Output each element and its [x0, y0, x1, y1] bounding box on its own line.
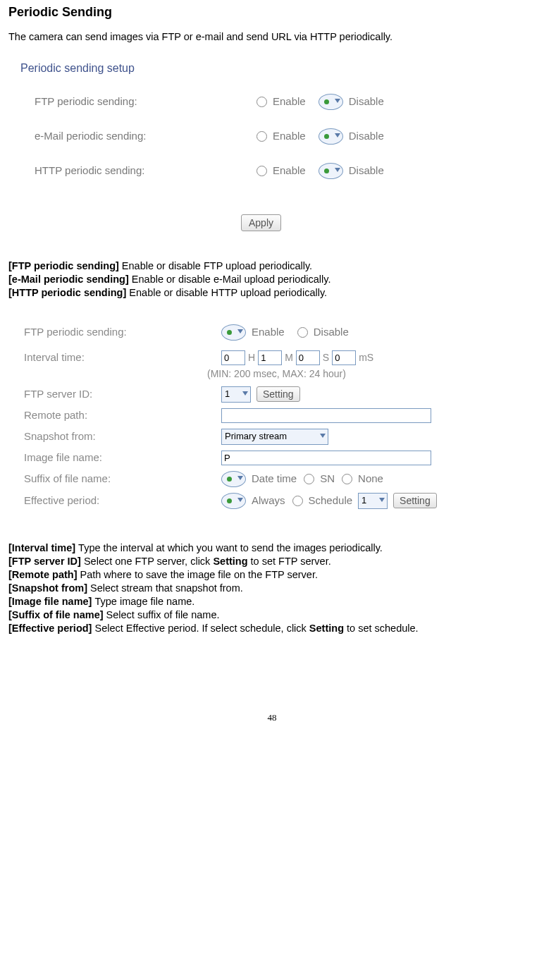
opt-text: Schedule	[309, 494, 353, 508]
ftp-sending-label: FTP periodic sending:	[12, 95, 256, 109]
schedule-select[interactable]: 1	[358, 493, 388, 509]
snapshot-select[interactable]: Primary stream	[221, 429, 328, 445]
serverid-label: FTP server ID:	[10, 388, 221, 401]
desc-block-1: [FTP periodic sending] Enable or disable…	[8, 259, 536, 299]
desc-email-text: Enable or disable e-Mail upload periodic…	[132, 274, 331, 285]
ftp-sending-label2: FTP periodic sending:	[10, 326, 221, 339]
enable-text: Enable	[273, 95, 306, 109]
d2-server-t2: to set FTP server.	[248, 556, 331, 567]
effperiod-label: Effective period:	[10, 494, 221, 508]
d2-remote-b: [Remote path]	[8, 569, 80, 580]
serverid-select[interactable]: 1	[221, 386, 251, 403]
opt-text: Always	[252, 494, 285, 508]
enable-text: Enable	[273, 164, 306, 178]
suffix-label: Suffix of file name:	[10, 472, 221, 486]
http-sending-row: HTTP periodic sending: Enable Disable	[12, 163, 474, 179]
unit-s: S	[323, 352, 329, 365]
interval-hint: (MIN: 200 msec, MAX: 24 hour)	[10, 368, 503, 381]
enable-text: Enable	[273, 130, 306, 143]
panel-heading: Periodic sending setup	[12, 61, 474, 75]
d2-interval-b: [Interval time]	[8, 542, 78, 553]
interval-ms-input[interactable]	[332, 350, 356, 365]
ftp-enable-radio[interactable]: Enable	[256, 95, 306, 109]
email-enable-radio[interactable]: Enable	[256, 130, 306, 143]
suffix-none-radio[interactable]: None	[342, 472, 383, 486]
serverid-setting-button[interactable]: Setting	[256, 386, 300, 402]
desc-http-text: Enable or disable HTTP upload periodical…	[129, 287, 327, 298]
desc-block-2: [Interval time] Type the interval at whi…	[8, 541, 536, 635]
remotepath-label: Remote path:	[10, 409, 221, 422]
d2-server-t1: Select one FTP server, click	[84, 556, 213, 567]
opt-text: None	[358, 472, 383, 486]
d2-snap-t: Select stream that snapshot from.	[90, 582, 243, 594]
d2-remote-t: Path where to save the image file on the…	[80, 569, 318, 580]
snapshot-label: Snapshot from:	[10, 430, 221, 443]
ftp-detail-panel: FTP periodic sending: Enable Disable Int…	[10, 317, 503, 522]
disable-text: Disable	[349, 164, 384, 178]
d2-suffix-b: [Suffix of file name]	[8, 609, 106, 620]
d2-suffix-t: Select suffix of file name.	[106, 609, 220, 620]
apply-button[interactable]: Apply	[241, 214, 281, 231]
desc-ftp-text: Enable or disable FTP upload periodicall…	[122, 260, 312, 271]
suffix-datetime-radio[interactable]: Date time	[221, 471, 297, 487]
filename-input[interactable]	[221, 451, 431, 465]
effperiod-always-radio[interactable]: Always	[221, 493, 285, 509]
periodic-setup-panel: Periodic sending setup FTP periodic send…	[12, 54, 474, 243]
schedule-setting-button[interactable]: Setting	[393, 493, 437, 508]
remotepath-input[interactable]	[221, 408, 431, 423]
d2-server-b: [FTP server ID]	[8, 556, 84, 567]
ftp2-enable-radio[interactable]: Enable	[221, 324, 285, 341]
http-disable-radio[interactable]: Disable	[319, 163, 384, 179]
http-enable-radio[interactable]: Enable	[256, 164, 306, 178]
filename-label: Image file name:	[10, 451, 221, 465]
disable-text: Disable	[349, 130, 384, 143]
d2-eff-t2: to set schedule.	[344, 623, 419, 634]
ftp2-disable-radio[interactable]: Disable	[297, 326, 349, 339]
page-title: Periodic Sending	[8, 4, 536, 20]
unit-m: M	[285, 352, 293, 365]
http-sending-label: HTTP periodic sending:	[12, 164, 256, 178]
opt-text: SN	[320, 472, 335, 486]
desc-email-bold: [e-Mail periodic sending]	[8, 274, 132, 285]
d2-eff-s: Setting	[309, 623, 344, 634]
interval-h-input[interactable]	[221, 350, 245, 365]
interval-m-input[interactable]	[258, 350, 282, 365]
disable-text: Disable	[314, 326, 349, 339]
email-sending-row: e-Mail periodic sending: Enable Disable	[12, 128, 474, 145]
d2-interval-t: Type the interval at which you want to s…	[78, 542, 383, 553]
d2-eff-t1: Select Effective period. If select sched…	[94, 623, 309, 634]
disable-text: Disable	[349, 95, 384, 109]
desc-http-bold: [HTTP periodic sending]	[8, 287, 129, 298]
unit-ms: mS	[359, 352, 373, 365]
suffix-sn-radio[interactable]: SN	[304, 472, 335, 486]
interval-s-input[interactable]	[296, 350, 320, 365]
ftp-sending-row: FTP periodic sending: Enable Disable	[12, 94, 474, 110]
unit-h: H	[248, 352, 255, 365]
opt-text: Date time	[252, 472, 297, 486]
email-sending-label: e-Mail periodic sending:	[12, 130, 256, 143]
email-disable-radio[interactable]: Disable	[319, 128, 384, 145]
page-number: 48	[8, 712, 536, 723]
enable-text: Enable	[252, 326, 285, 339]
ftp-disable-radio[interactable]: Disable	[319, 94, 384, 110]
d2-file-t: Type image file name.	[94, 596, 194, 607]
d2-file-b: [Image file name]	[8, 596, 94, 607]
effperiod-schedule-radio[interactable]: Schedule	[292, 494, 353, 508]
d2-server-s: Setting	[213, 556, 247, 567]
interval-label: Interval time:	[10, 351, 221, 365]
d2-eff-b: [Effective period]	[8, 623, 94, 634]
d2-snap-b: [Snapshot from]	[8, 582, 90, 594]
desc-ftp-bold: [FTP periodic sending]	[8, 260, 122, 271]
intro-text: The camera can send images via FTP or e-…	[8, 30, 536, 43]
